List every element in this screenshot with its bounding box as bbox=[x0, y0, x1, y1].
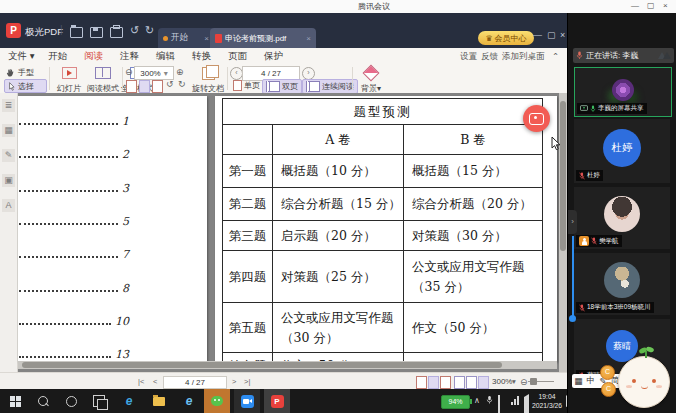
text-panel-icon[interactable]: A bbox=[2, 199, 15, 212]
tray-mic-icon[interactable] bbox=[486, 395, 493, 407]
rotate-left-icon[interactable]: ↺ bbox=[166, 79, 174, 89]
attachments-panel-icon[interactable]: ▣ bbox=[2, 174, 15, 187]
zoom-level-box[interactable]: 300% ▾ bbox=[134, 66, 174, 80]
mascot-face[interactable] bbox=[618, 356, 670, 408]
tab-home[interactable]: 开始 × bbox=[158, 28, 214, 48]
menu-protect[interactable]: 保护 bbox=[264, 50, 283, 63]
add-to-desktop-link[interactable]: 添加到桌面 bbox=[502, 51, 545, 63]
start-button[interactable] bbox=[2, 389, 28, 413]
panel-collapse-handle[interactable]: › bbox=[568, 210, 577, 234]
hand-tool-button[interactable]: 手型 bbox=[6, 67, 34, 78]
taskbar-edge-button[interactable]: e bbox=[116, 389, 142, 413]
single-page-button[interactable]: 单页 bbox=[230, 79, 263, 92]
save-icon[interactable] bbox=[90, 27, 103, 38]
panel-scrollbar[interactable] bbox=[572, 236, 574, 316]
redo-icon[interactable]: ↻ bbox=[145, 25, 154, 36]
taskbar-pdf-button[interactable]: P bbox=[264, 389, 290, 413]
undo-icon[interactable]: ↺ bbox=[130, 25, 139, 36]
rotate-document-button[interactable]: 旋转文档 bbox=[192, 65, 224, 96]
menu-annotate[interactable]: 注释 bbox=[120, 50, 139, 63]
tray-volume-icon[interactable] bbox=[521, 397, 529, 413]
thumbnails-panel-icon[interactable]: ▦ bbox=[2, 124, 15, 137]
tray-network-icon[interactable] bbox=[511, 396, 519, 405]
status-zoom-dropdown-icon[interactable]: ▾ bbox=[512, 377, 516, 386]
battery-indicator[interactable]: 94% bbox=[441, 395, 470, 409]
maximize-button[interactable]: ▢ bbox=[647, 1, 655, 11]
participant-tile[interactable]: 18学前本3班09杨晓川 bbox=[574, 253, 670, 315]
actual-size-icon[interactable] bbox=[152, 80, 163, 93]
screenshot-float-button[interactable] bbox=[523, 105, 550, 132]
desktop-pet[interactable]: C C bbox=[600, 349, 676, 407]
settings-link[interactable]: 设置 bbox=[460, 51, 477, 63]
status-zoom-out-icon[interactable]: ⊖ bbox=[520, 377, 528, 387]
task-view-button[interactable] bbox=[86, 389, 112, 413]
zoom-slider-thumb[interactable] bbox=[530, 378, 537, 385]
prev-page-button[interactable]: < bbox=[153, 377, 157, 386]
tab-document[interactable]: 申论考前预测.pdf × bbox=[210, 28, 316, 48]
pdf-maximize-button[interactable]: ▢ bbox=[547, 29, 556, 41]
zoom-out-icon[interactable]: ⊖ bbox=[125, 67, 133, 77]
fit-page-icon[interactable] bbox=[139, 80, 150, 93]
taskbar-explorer-button[interactable] bbox=[146, 389, 172, 413]
status-layout-icon[interactable] bbox=[428, 376, 439, 389]
menu-page[interactable]: 页面 bbox=[228, 50, 247, 63]
taskbar-meeting-button[interactable] bbox=[234, 389, 260, 413]
coin-icon[interactable]: C bbox=[601, 382, 616, 397]
select-tool-button[interactable]: 选择 bbox=[4, 79, 47, 93]
double-page-button[interactable]: 双页 bbox=[262, 79, 302, 94]
close-button[interactable]: × bbox=[663, 1, 668, 11]
vertical-scroll-thumb[interactable] bbox=[560, 101, 566, 251]
status-view-icon[interactable] bbox=[454, 376, 465, 389]
open-file-icon[interactable] bbox=[70, 27, 83, 38]
taskbar-clock[interactable]: 19:04 2021/3/26 bbox=[530, 392, 564, 410]
minimize-button[interactable]: — bbox=[631, 1, 639, 11]
participant-tile[interactable]: 樊学航 bbox=[574, 187, 670, 249]
slideshow-button[interactable]: 幻灯片 bbox=[52, 65, 86, 96]
cortana-button[interactable] bbox=[58, 389, 84, 413]
bookmarks-panel-icon[interactable]: ≣ bbox=[2, 99, 15, 112]
status-zoom-value[interactable]: 300% bbox=[492, 377, 512, 386]
status-layout-icon[interactable] bbox=[440, 376, 451, 389]
vertical-scrollbar[interactable] bbox=[559, 93, 567, 372]
rotate-right-icon[interactable]: ↻ bbox=[178, 79, 186, 89]
ime-grid-icon[interactable]: ▦ bbox=[574, 376, 582, 386]
taskbar-ie-button[interactable]: e bbox=[176, 389, 202, 413]
annotations-panel-icon[interactable]: ✎ bbox=[2, 149, 15, 162]
next-page-button[interactable]: > bbox=[232, 377, 236, 386]
tray-expand-icon[interactable]: ∧ bbox=[474, 396, 480, 405]
menu-convert[interactable]: 转换 bbox=[192, 50, 211, 63]
menu-edit[interactable]: 编辑 bbox=[156, 50, 175, 63]
first-page-button[interactable]: |< bbox=[138, 377, 144, 386]
status-layout-icon[interactable] bbox=[416, 376, 427, 389]
panel-scrollbar-thumb[interactable] bbox=[569, 315, 576, 322]
collapse-ribbon-icon[interactable]: ⌃ bbox=[552, 51, 559, 61]
background-button[interactable]: 背景▾ bbox=[356, 65, 386, 96]
tray-display-icon[interactable] bbox=[498, 396, 500, 413]
last-page-button[interactable]: >| bbox=[244, 377, 250, 386]
zoom-in-icon[interactable]: ⊕ bbox=[176, 67, 184, 77]
pdf-close-button[interactable]: × bbox=[560, 29, 565, 41]
tab-close-icon[interactable]: × bbox=[204, 34, 209, 43]
menu-start[interactable]: 开始 bbox=[48, 50, 67, 63]
read-mode-button[interactable]: 阅读模式 bbox=[86, 65, 120, 96]
participant-tile-screen-share[interactable]: 李巍的屏幕共享 bbox=[574, 67, 672, 117]
print-icon[interactable] bbox=[110, 27, 123, 38]
taskbar-wechat-button[interactable] bbox=[204, 389, 230, 413]
horizontal-scrollbar[interactable] bbox=[18, 361, 557, 369]
horizontal-scroll-thumb[interactable] bbox=[22, 362, 502, 368]
status-view-icon[interactable] bbox=[478, 376, 489, 389]
ime-mode-indicator[interactable]: 中 bbox=[587, 375, 596, 387]
tab-close-icon[interactable]: × bbox=[306, 34, 311, 43]
taskbar-search-button[interactable] bbox=[30, 389, 56, 413]
menu-file[interactable]: 文件 ▾ bbox=[8, 50, 34, 63]
participant-tile[interactable]: 杜婷 杜婷 bbox=[574, 119, 670, 183]
coin-icon[interactable]: C bbox=[600, 365, 615, 380]
feedback-link[interactable]: 反馈 bbox=[481, 51, 498, 63]
status-page-box[interactable]: 4 / 27 bbox=[163, 376, 227, 389]
continuous-read-button[interactable]: 连续阅读 bbox=[302, 79, 358, 94]
status-view-icon[interactable] bbox=[466, 376, 477, 389]
member-center-button[interactable]: ♛ 会员中心 bbox=[478, 31, 534, 45]
pdf-minimize-button[interactable]: — bbox=[533, 29, 542, 41]
fit-width-icon[interactable] bbox=[126, 80, 137, 93]
zoom-dropdown-icon[interactable]: ▾ bbox=[164, 69, 168, 78]
